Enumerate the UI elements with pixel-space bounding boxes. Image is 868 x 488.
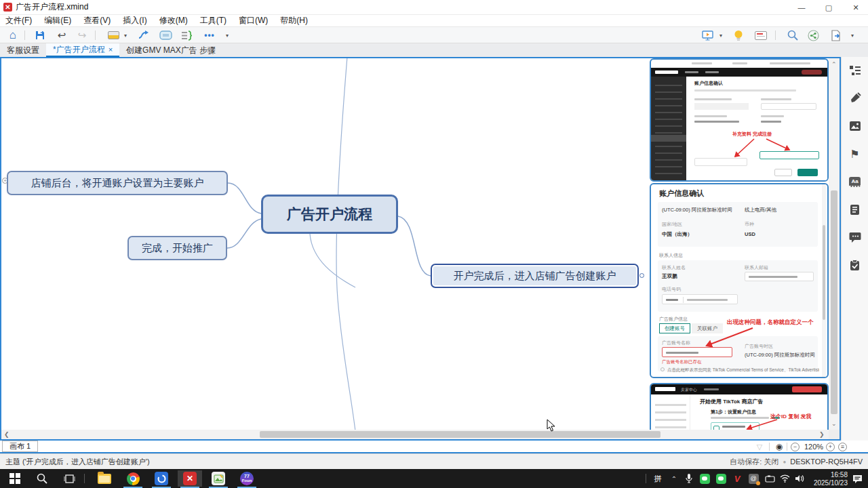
zoom-level[interactable]: 120% xyxy=(803,441,825,452)
volume-tray-icon[interactable] xyxy=(792,470,807,487)
zoom-out-button[interactable]: − xyxy=(791,441,800,452)
presentation-dropdown-icon[interactable]: ▾ xyxy=(717,28,724,42)
task-view-icon[interactable] xyxy=(57,470,81,487)
v-app-tray-icon[interactable]: V xyxy=(730,470,745,487)
at-app-tray-icon[interactable]: @ xyxy=(746,470,761,487)
menu-file[interactable]: 文件(F) xyxy=(5,15,32,26)
tab-kefu-shezhi[interactable]: 客服设置 xyxy=(0,43,46,57)
blue-media-app-icon[interactable] xyxy=(149,470,174,487)
tab-gmv-max[interactable]: 创建GMV MAX广告 步骤 xyxy=(119,43,222,57)
microphone-tray-icon[interactable] xyxy=(682,470,696,487)
export-dropdown-icon[interactable]: ▾ xyxy=(849,28,856,42)
share-icon[interactable] xyxy=(806,28,821,42)
wechat2-tray-icon[interactable] xyxy=(713,470,728,487)
foun-app-icon[interactable]: 77Foun xyxy=(235,470,259,487)
sheet-tab-canvas1[interactable]: 画布 1 xyxy=(2,441,38,452)
autosave-status: 自动保存: 关闭 xyxy=(730,457,778,467)
toolbar-dropdown-icon[interactable]: ▾ xyxy=(224,28,231,42)
eye-icon[interactable]: ◉ xyxy=(773,441,785,452)
vertical-scrollbar[interactable]: ⌃ ⌄ xyxy=(829,58,840,430)
zoom-in-button[interactable]: + xyxy=(826,441,835,452)
topic-store-backend[interactable]: 店铺后台，将开通账户设置为主要账户 xyxy=(7,171,228,195)
host-name: DESKTOP-RQ5H4FV xyxy=(790,458,863,466)
attached-screenshot-confirm-overview[interactable]: 账户信息确认 补充资料 完成注册 xyxy=(650,58,829,182)
filter-icon[interactable]: ▽ xyxy=(754,441,765,452)
mindmap-canvas[interactable]: + 店铺后台，将开通账户设置为主要账户 完成，开始推广 广告开户流程 开户完成后… xyxy=(0,57,841,441)
note-card-icon[interactable] xyxy=(753,28,769,42)
horizontal-scrollbar-thumb[interactable] xyxy=(260,431,660,438)
topic-open-account[interactable]: 开户完成后，进入店铺广告创建账户 xyxy=(431,264,639,288)
presentation-icon[interactable] xyxy=(700,28,715,42)
undo-icon[interactable]: ↩ xyxy=(54,28,69,42)
notes-icon[interactable] xyxy=(848,203,862,216)
tray-clock[interactable]: 16:58 2025/10/23 xyxy=(808,471,848,487)
home-icon[interactable]: ⌂ xyxy=(5,28,20,42)
close-button[interactable]: ✕ xyxy=(842,0,868,15)
menu-insert[interactable]: 插入(I) xyxy=(123,15,146,26)
menu-tools[interactable]: 工具(T) xyxy=(200,15,226,26)
scroll-up-icon[interactable]: ⌃ xyxy=(831,60,837,69)
tray-expand-icon[interactable]: ⌃ xyxy=(667,470,681,487)
confirm-button xyxy=(797,169,818,176)
task-clipboard-icon[interactable] xyxy=(848,258,862,272)
file-explorer-icon[interactable] xyxy=(92,470,117,487)
taskbar-search-icon[interactable] xyxy=(30,470,54,487)
save-icon[interactable] xyxy=(33,28,47,42)
comment-icon[interactable] xyxy=(848,230,862,244)
mouse-cursor xyxy=(547,419,555,432)
lightbulb-icon[interactable] xyxy=(731,28,746,42)
selection-handle[interactable] xyxy=(639,273,644,278)
relationship-icon[interactable] xyxy=(136,28,152,42)
cancel-button xyxy=(774,169,792,176)
summary-icon[interactable] xyxy=(179,28,195,42)
menu-window[interactable]: 窗口(W) xyxy=(239,15,268,26)
scrollbar-corner xyxy=(829,430,840,439)
more-tools-icon[interactable]: ••• xyxy=(201,28,218,42)
start-button[interactable] xyxy=(3,470,27,487)
windows-taskbar: ✕ 77Foun 拼 ⌃ V @ xyxy=(0,469,868,488)
menu-modify[interactable]: 修改(M) xyxy=(159,15,188,26)
outline-structure-icon[interactable] xyxy=(848,64,862,77)
scroll-right-icon[interactable]: ❯ xyxy=(819,430,825,439)
central-topic[interactable]: 广告开户流程 xyxy=(261,195,398,234)
export-icon[interactable] xyxy=(829,28,844,42)
phone-input xyxy=(694,158,747,166)
scroll-left-icon[interactable]: ❮ xyxy=(4,430,9,439)
menu-help[interactable]: 帮助(H) xyxy=(280,15,308,26)
placeholder-text xyxy=(692,62,712,64)
wifi-tray-icon[interactable] xyxy=(777,470,792,487)
menu-edit[interactable]: 编辑(E) xyxy=(44,15,71,26)
minimize-button[interactable]: — xyxy=(788,0,815,15)
sheetbar-separator xyxy=(787,443,787,451)
search-icon[interactable] xyxy=(785,28,800,42)
inner-scrollbar-thumb xyxy=(823,225,825,320)
xmind-taskbar-icon[interactable]: ✕ xyxy=(178,470,202,487)
device-tray-icon[interactable] xyxy=(762,470,777,487)
boundary-icon[interactable] xyxy=(157,28,174,42)
image-icon[interactable] xyxy=(848,119,862,133)
marker-flag-icon[interactable]: ⚑ xyxy=(848,147,862,161)
zoom-fit-button[interactable]: ≡ xyxy=(838,441,847,452)
vertical-scrollbar-thumb[interactable] xyxy=(831,190,837,414)
label-sticker-icon[interactable]: Aa xyxy=(848,175,862,188)
insert-topic-icon[interactable] xyxy=(106,28,121,42)
insert-topic-dropdown-icon[interactable]: ▾ xyxy=(122,28,129,42)
redo-icon[interactable]: ↪ xyxy=(75,28,90,42)
placeholder-text xyxy=(732,62,747,64)
tab-close-icon[interactable]: × xyxy=(108,45,113,54)
format-brush-icon[interactable] xyxy=(848,92,862,105)
topic-finish-promote[interactable]: 完成，开始推广 xyxy=(127,236,227,260)
ime-indicator[interactable]: 拼 xyxy=(650,470,666,487)
wechat-tray-icon[interactable] xyxy=(697,470,712,487)
menu-view[interactable]: 查看(V) xyxy=(83,15,111,26)
horizontal-scrollbar[interactable]: ❮ ❯ xyxy=(1,430,829,439)
maximize-button[interactable]: ▢ xyxy=(815,0,842,15)
toolbar-separator xyxy=(24,30,25,40)
nav-badge xyxy=(802,70,822,75)
scroll-down-icon[interactable]: ⌄ xyxy=(831,419,837,428)
image-editor-app-icon[interactable] xyxy=(206,470,231,487)
notification-center-icon[interactable] xyxy=(849,470,865,487)
chrome-icon[interactable] xyxy=(121,470,145,487)
tab-guanggao-kaihu[interactable]: *广告开户流程× xyxy=(46,43,119,57)
attached-screenshot-confirm-detail[interactable]: 账户信息确认 (UTC-09:00) 阿拉斯加标准时间 线上电商/其他 国家/地… xyxy=(650,183,829,378)
